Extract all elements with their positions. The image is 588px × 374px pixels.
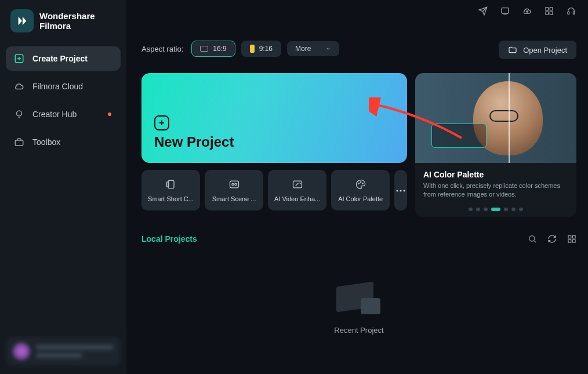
promo-description: With one click, precisely replicate colo… — [415, 181, 576, 199]
promo-pager[interactable] — [415, 208, 576, 211]
svg-rect-4 — [546, 8, 549, 10]
toolbox-icon — [14, 137, 24, 147]
ellipsis-icon: ⋯ — [395, 184, 406, 197]
portrait-icon — [250, 45, 255, 53]
tile-smart-short-clips[interactable]: Smart Short C... — [141, 170, 200, 210]
empty-box-illustration — [333, 273, 385, 319]
svg-rect-21 — [572, 235, 575, 238]
svg-rect-22 — [568, 239, 571, 242]
svg-point-17 — [360, 181, 361, 183]
tile-ai-video-enhance[interactable]: AI Video Enha... — [268, 170, 326, 210]
sidebar-item-label: Filmora Cloud — [32, 82, 83, 91]
svg-rect-3 — [502, 8, 509, 13]
aspect-ratio-9-16[interactable]: 9:16 — [241, 41, 281, 57]
send-icon[interactable] — [478, 6, 488, 16]
sidebar-item-creator-hub[interactable]: Creator Hub — [6, 102, 121, 126]
local-projects-actions — [528, 234, 576, 244]
svg-rect-10 — [168, 180, 174, 188]
svg-rect-9 — [573, 12, 575, 14]
svg-point-16 — [358, 183, 359, 184]
open-project-button[interactable]: Open Project — [499, 41, 576, 59]
ai-tool-tiles: Smart Short C... Smart Scene ... AI Vide… — [141, 170, 407, 210]
sidebar-item-label: Creator Hub — [32, 110, 77, 119]
svg-rect-2 — [15, 140, 23, 146]
empty-state-text: Recent Project — [334, 326, 383, 335]
headset-icon[interactable] — [566, 6, 576, 16]
filmora-logo-icon — [10, 9, 34, 32]
sidebar-item-create-project[interactable]: Create Project — [6, 46, 121, 71]
main-panel: Aspect ratio: 16:9 9:16 More Open Projec… — [126, 0, 588, 374]
sidebar-nav: Create Project Filmora Cloud Creator Hub… — [0, 46, 126, 154]
new-project-title: New Project — [154, 134, 394, 150]
scene-icon — [228, 178, 241, 191]
grid-view-icon[interactable] — [567, 234, 576, 244]
search-icon[interactable] — [528, 234, 537, 244]
sidebar-item-label: Create Project — [32, 54, 88, 63]
promo-image — [415, 73, 576, 163]
svg-rect-11 — [166, 182, 168, 187]
enhance-icon — [291, 178, 304, 191]
local-projects-heading: Local Projects — [141, 234, 197, 244]
aspect-ratio-more-dropdown[interactable]: More — [287, 41, 339, 56]
notification-dot — [108, 112, 111, 116]
svg-rect-8 — [568, 12, 569, 14]
svg-point-1 — [17, 111, 22, 116]
promo-title: AI Color Palette — [415, 163, 576, 181]
apps-grid-icon[interactable] — [544, 6, 554, 16]
svg-point-14 — [234, 183, 236, 185]
cloud-upload-icon[interactable] — [522, 6, 532, 16]
sidebar: Wondershare Filmora Create Project Filmo… — [0, 0, 126, 374]
svg-point-18 — [362, 183, 363, 184]
empty-state: Recent Project — [141, 273, 576, 335]
palette-icon — [354, 178, 367, 191]
chevron-down-icon — [325, 46, 331, 52]
svg-rect-7 — [550, 12, 553, 14]
cloud-icon — [14, 81, 24, 92]
svg-point-13 — [231, 183, 233, 185]
svg-point-19 — [529, 235, 535, 241]
feedback-icon[interactable] — [500, 6, 510, 16]
folder-icon — [508, 45, 517, 55]
brand-line2: Filmora — [39, 21, 95, 31]
clip-icon — [165, 178, 177, 191]
svg-rect-6 — [546, 12, 549, 14]
plus-icon: + — [154, 115, 169, 130]
bulb-icon — [14, 109, 24, 119]
landscape-icon — [200, 46, 208, 52]
refresh-icon[interactable] — [547, 234, 557, 244]
avatar — [13, 343, 30, 360]
header-icon-bar — [478, 6, 576, 16]
sidebar-item-filmora-cloud[interactable]: Filmora Cloud — [6, 74, 121, 99]
svg-rect-12 — [230, 181, 238, 188]
svg-rect-5 — [550, 8, 553, 10]
svg-rect-20 — [568, 235, 571, 238]
account-info-blurred — [36, 345, 114, 358]
new-project-card[interactable]: + New Project — [141, 73, 407, 163]
brand-line1: Wondershare — [39, 11, 95, 21]
account-pill[interactable] — [6, 337, 121, 366]
tile-smart-scene[interactable]: Smart Scene ... — [205, 170, 263, 210]
sidebar-item-label: Toolbox — [32, 137, 60, 147]
aspect-ratio-16-9[interactable]: 16:9 — [191, 41, 235, 57]
svg-rect-23 — [572, 239, 575, 242]
tile-more[interactable]: ⋯ — [394, 170, 407, 210]
app-logo: Wondershare Filmora — [0, 0, 126, 46]
tile-ai-color-palette[interactable]: AI Color Palette — [331, 170, 390, 210]
aspect-ratio-label: Aspect ratio: — [141, 45, 183, 53]
sidebar-item-toolbox[interactable]: Toolbox — [6, 130, 121, 154]
plus-square-icon — [14, 53, 24, 64]
promo-card[interactable]: AI Color Palette With one click, precise… — [415, 73, 576, 217]
